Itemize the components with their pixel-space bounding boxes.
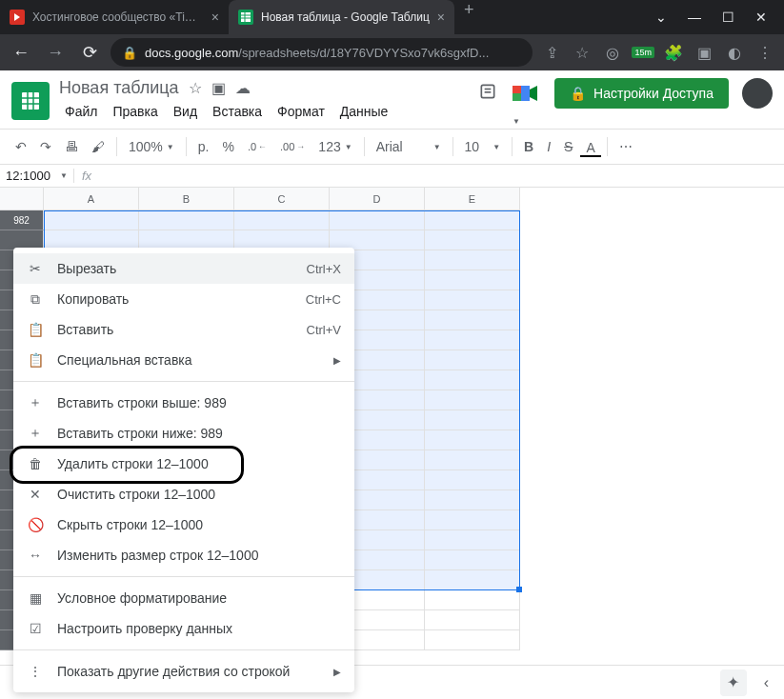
cell[interactable] [425,450,520,470]
name-box[interactable]: 12:1000▼ [0,169,74,183]
menu-item-cut[interactable]: ✂ВырезатьCtrl+X [13,253,354,284]
sheets-logo-icon[interactable] [11,82,50,120]
cell[interactable] [425,210,520,230]
extension-icon[interactable]: ◎ [601,41,624,64]
menu-item-copy[interactable]: ⧉КопироватьCtrl+C [13,284,354,314]
explore-button[interactable]: ✦ [720,669,747,696]
cloud-icon[interactable]: ☁ [235,79,251,97]
cell[interactable] [425,270,520,290]
bold-button[interactable]: B [518,135,539,158]
cell[interactable] [425,510,520,530]
column-header[interactable]: D [330,188,425,210]
menu-format[interactable]: Формат [271,102,331,121]
cell[interactable] [425,490,520,510]
cell[interactable] [425,370,520,390]
menu-item-resize[interactable]: ↔Изменить размер строк 12–1000 [13,540,354,570]
paint-format-button[interactable]: 🖌 [86,135,111,158]
chevron-down-icon[interactable]: ⌄ [655,10,667,25]
undo-button[interactable]: ↶ [10,135,32,158]
increase-decimal-button[interactable]: .00→ [274,137,311,156]
more-button[interactable]: ⋯ [613,135,638,158]
cell[interactable] [425,410,520,430]
italic-button[interactable]: I [541,135,556,158]
reload-button[interactable]: ⟳ [76,42,103,63]
browser-tab-1[interactable]: Новая таблица - Google Таблиц × [229,0,454,34]
tab-close-icon[interactable]: × [437,10,445,25]
avatar[interactable] [742,78,773,109]
menu-view[interactable]: Вид [168,102,203,121]
cell[interactable] [425,310,520,330]
cell[interactable] [425,290,520,310]
new-tab-button[interactable]: + [454,0,484,34]
cell[interactable] [139,210,234,230]
column-header[interactable]: E [425,188,520,210]
meet-icon[interactable]: ▼ [511,80,541,107]
menu-edit[interactable]: Правка [107,102,163,121]
menu-item-format[interactable]: ▦Условное форматирование [13,583,354,613]
percent-button[interactable]: % [216,135,239,158]
cell[interactable] [425,610,520,630]
column-header[interactable]: B [139,188,234,210]
row-header[interactable]: 982 [0,210,44,230]
cell[interactable] [425,350,520,370]
menu-item-hide[interactable]: 🚫Скрыть строки 12–1000 [13,509,354,540]
format-menu[interactable]: 123▼ [312,135,357,158]
print-button[interactable]: 🖶 [59,135,84,158]
cell[interactable] [425,570,520,590]
text-color-button[interactable]: A [580,136,600,157]
cell[interactable] [425,230,520,250]
menu-item-paste-special[interactable]: 📋Специальная вставка▶ [13,345,354,375]
menu-file[interactable]: Файл [59,102,103,121]
document-title[interactable]: Новая таблица [59,78,179,98]
reading-list-icon[interactable]: ▣ [693,41,715,64]
font-size-dropdown[interactable]: 10▼ [459,135,507,158]
cell[interactable] [425,550,520,570]
cell[interactable] [234,210,330,230]
extension-badge[interactable]: 15m [632,47,654,58]
menu-item-plus[interactable]: ＋Вставить строки выше: 989 [13,388,354,418]
cell[interactable] [425,390,520,410]
menu-icon[interactable]: ⋮ [754,41,776,64]
close-icon[interactable]: ✕ [755,10,767,25]
strikethrough-button[interactable]: S [558,135,578,158]
cell[interactable] [425,430,520,450]
font-dropdown[interactable]: Arial▼ [371,135,447,158]
zoom-dropdown[interactable]: 100%▼ [123,135,180,158]
currency-button[interactable]: р. [192,135,215,158]
cell[interactable] [425,530,520,550]
address-input[interactable]: 🔒 docs.google.com/spreadsheets/d/18Y76VD… [111,38,533,67]
back-button[interactable]: ← [8,43,34,63]
select-all-corner[interactable] [0,188,44,210]
star-icon[interactable]: ☆ [571,41,593,64]
move-icon[interactable]: ▣ [211,79,226,97]
decrease-decimal-button[interactable]: .0← [242,137,272,156]
menu-item-plus[interactable]: ＋Вставить строки ниже: 989 [13,418,354,449]
share-button[interactable]: 🔒 Настройки Доступа [554,78,729,109]
extensions-icon[interactable]: 🧩 [662,41,685,64]
menu-data[interactable]: Данные [334,102,394,121]
minimize-icon[interactable]: ― [688,10,701,25]
cell[interactable] [44,210,139,230]
cell[interactable] [330,210,425,230]
menu-insert[interactable]: Вставка [207,102,268,121]
cell[interactable] [425,330,520,350]
history-icon[interactable] [478,82,497,106]
tab-close-icon[interactable]: × [211,10,219,25]
star-icon[interactable]: ☆ [189,79,202,97]
redo-button[interactable]: ↷ [34,135,57,158]
cell[interactable] [425,630,520,650]
column-header[interactable]: C [234,188,330,210]
menu-item-paste[interactable]: 📋ВставитьCtrl+V [13,314,354,345]
side-panel-toggle[interactable]: ‹ [764,674,769,691]
menu-item-more[interactable]: ⋮Показать другие действия со строкой▶ [13,656,354,687]
column-header[interactable]: A [44,188,139,210]
menu-item-x[interactable]: ✕Очистить строки 12–1000 [13,479,354,509]
cell[interactable] [425,250,520,270]
menu-item-validate[interactable]: ☑Настроить проверку данных [13,613,354,644]
cell[interactable] [425,470,520,490]
profile-icon[interactable]: ◐ [723,41,746,64]
cell[interactable] [425,590,520,610]
maximize-icon[interactable]: ☐ [722,10,734,25]
browser-tab-0[interactable]: Хостинговое сообщество «Time... × [0,0,229,34]
share-icon[interactable]: ⇪ [540,41,563,64]
